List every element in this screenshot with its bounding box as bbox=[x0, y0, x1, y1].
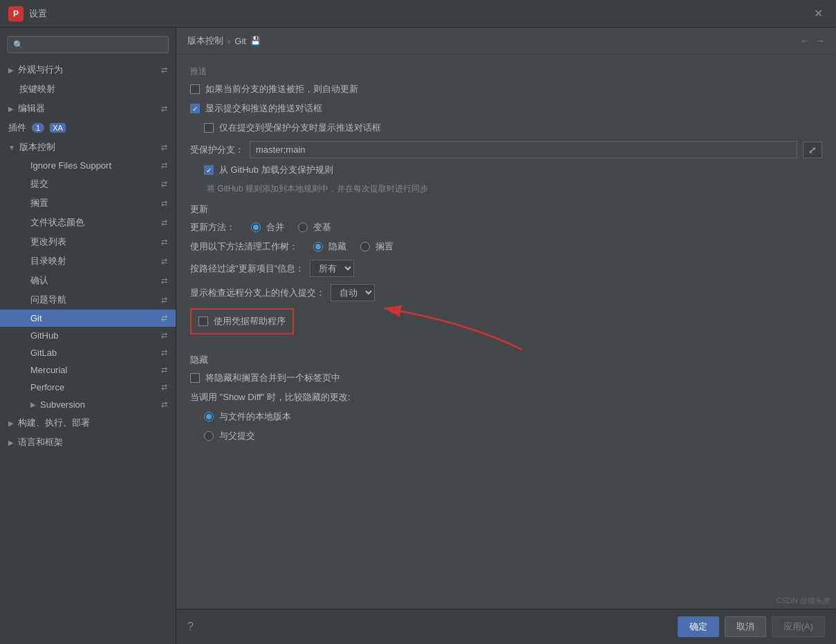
sidebar-item-mercurial[interactable]: Mercurial ⇄ bbox=[0, 361, 176, 379]
ok-button[interactable]: 确定 bbox=[678, 616, 719, 637]
main-content: 版本控制 › Git 💾 ← → 推送 如果当前分支的推送被拒，则自动更新 bbox=[176, 28, 836, 644]
shelve-radio[interactable] bbox=[360, 242, 370, 252]
filter-row: 按路径过滤"更新项目"信息： 所有 bbox=[190, 260, 822, 277]
diff-local-label: 与文件的本地版本 bbox=[219, 410, 291, 423]
sidebar-item-plugins[interactable]: 插件 1 XA bbox=[0, 118, 176, 138]
sync-icon-vcs: ⇄ bbox=[161, 143, 167, 152]
sync-icon: ⇄ bbox=[161, 296, 167, 305]
sidebar-item-label: 构建、执行、部署 bbox=[18, 417, 90, 429]
search-input[interactable] bbox=[28, 39, 162, 50]
cleanup-method-label: 使用以下方法清理工作树： bbox=[190, 240, 308, 253]
sync-icon: ⇄ bbox=[161, 257, 167, 266]
sync-icon: ⇄ bbox=[161, 366, 167, 375]
protected-branch-label: 受保护分支： bbox=[190, 144, 244, 156]
merge-stash-checkbox[interactable] bbox=[190, 373, 200, 383]
show-push-protected-checkbox[interactable] bbox=[204, 123, 214, 133]
sidebar-item-changelog[interactable]: 更改列表 ⇄ bbox=[0, 232, 176, 252]
sidebar-item-github[interactable]: GitHub ⇄ bbox=[0, 327, 176, 344]
sidebar-item-dirmap[interactable]: 目录映射 ⇄ bbox=[0, 252, 176, 271]
sidebar-item-label: 问题导航 bbox=[30, 294, 66, 306]
diff-local-row: 与文件的本地版本 bbox=[204, 410, 822, 423]
update-method-row: 更新方法： 合并 变基 bbox=[190, 221, 822, 234]
cancel-button[interactable]: 取消 bbox=[725, 616, 766, 637]
sidebar-item-label: Ignore Files Support bbox=[30, 160, 111, 171]
sidebar-item-keymap[interactable]: 按键映射 bbox=[0, 79, 176, 99]
sidebar-item-gitlab[interactable]: GitLab ⇄ bbox=[0, 344, 176, 361]
sidebar-item-filestatus[interactable]: 文件状态颜色 ⇄ bbox=[0, 213, 176, 232]
help-icon[interactable]: ? bbox=[187, 621, 194, 633]
expand-icon bbox=[8, 144, 15, 151]
sidebar-item-git[interactable]: Git ⇄ bbox=[0, 310, 176, 327]
protected-branch-row: 受保护分支： ⤢ bbox=[190, 141, 822, 158]
sidebar-item-shelve[interactable]: 搁置 ⇄ bbox=[0, 193, 176, 213]
sidebar-item-label: Perforce bbox=[30, 382, 64, 392]
diff-local-radio[interactable] bbox=[204, 412, 214, 422]
expand-icon bbox=[8, 105, 14, 113]
sidebar-item-build[interactable]: 构建、执行、部署 bbox=[0, 413, 176, 433]
show-push-protected-label: 仅在提交到受保护分支时显示推送对话框 bbox=[219, 122, 381, 134]
shelve-label: 搁置 bbox=[375, 240, 393, 253]
sidebar-item-vcs[interactable]: 版本控制 ⇄ bbox=[0, 138, 176, 157]
protected-branch-input[interactable] bbox=[250, 141, 797, 158]
close-button[interactable]: ✕ bbox=[808, 4, 828, 23]
sync-icon: ⇄ bbox=[161, 66, 167, 75]
sync-icon: ⇄ bbox=[161, 276, 167, 285]
sidebar-item-issues[interactable]: 问题导航 ⇄ bbox=[0, 290, 176, 310]
sidebar-item-ignore[interactable]: Ignore Files Support ⇄ bbox=[0, 157, 176, 174]
show-push-protected-row: 仅在提交到受保护分支时显示推送对话框 bbox=[204, 122, 822, 134]
breadcrumb-part2: Git bbox=[234, 36, 246, 46]
sidebar-item-label: 外观与行为 bbox=[18, 64, 63, 76]
protected-branch-expand[interactable]: ⤢ bbox=[803, 142, 822, 158]
credential-helper-section: 使用凭据帮助程序 bbox=[190, 308, 822, 337]
sync-icon: ⇄ bbox=[161, 161, 167, 170]
apply-button[interactable]: 应用(A) bbox=[772, 616, 825, 637]
sidebar-item-appearance[interactable]: 外观与行为 ⇄ bbox=[0, 60, 176, 79]
merge-radio[interactable] bbox=[251, 222, 261, 232]
stash-radio[interactable] bbox=[313, 242, 323, 252]
cleanup-method-row: 使用以下方法清理工作树： 隐藏 搁置 bbox=[190, 240, 822, 253]
incoming-commits-select[interactable]: 自动 bbox=[331, 284, 375, 301]
sidebar-item-label: 按键映射 bbox=[19, 83, 55, 95]
sync-icon: ⇄ bbox=[161, 180, 167, 189]
sidebar-item-commit[interactable]: 提交 ⇄ bbox=[0, 174, 176, 193]
sidebar-item-label: 搁置 bbox=[30, 197, 48, 209]
sidebar-item-perforce[interactable]: Perforce ⇄ bbox=[0, 379, 176, 396]
github-rules-checkbox[interactable] bbox=[204, 165, 214, 175]
sidebar-item-label: Mercurial bbox=[30, 365, 67, 375]
sidebar-item-language[interactable]: 语言和框架 bbox=[0, 433, 176, 452]
sidebar-item-label: 编辑器 bbox=[18, 102, 45, 115]
show-push-dialog-checkbox[interactable] bbox=[190, 104, 200, 113]
section-top-label: 推送 bbox=[190, 66, 822, 77]
auto-update-checkbox[interactable] bbox=[190, 84, 200, 94]
sidebar-item-editor[interactable]: 编辑器 ⇄ bbox=[0, 99, 176, 118]
diff-parent-radio[interactable] bbox=[204, 431, 214, 441]
sidebar-item-label: 插件 bbox=[8, 122, 26, 134]
sidebar-item-subversion[interactable]: Subversion ⇄ bbox=[0, 396, 176, 413]
sidebar-item-label: 版本控制 bbox=[19, 141, 55, 153]
sidebar-item-confirm[interactable]: 确认 ⇄ bbox=[0, 271, 176, 290]
nav-back[interactable]: ← bbox=[800, 35, 810, 46]
sidebar-item-label: GitLab bbox=[30, 348, 57, 358]
sidebar-item-label: 目录映射 bbox=[30, 255, 66, 267]
merge-stash-label: 将隐藏和搁置合并到一个标签页中 bbox=[205, 372, 340, 384]
credential-helper-checkbox[interactable] bbox=[198, 316, 208, 326]
sidebar-item-label: 提交 bbox=[30, 178, 48, 190]
update-section-title: 更新 bbox=[190, 203, 822, 216]
filter-label: 按路径过滤"更新项目"信息： bbox=[190, 263, 304, 275]
show-diff-label: 当调用 "Show Diff" 时，比较隐藏的更改: bbox=[190, 391, 350, 404]
credential-helper-label: 使用凭据帮助程序 bbox=[214, 315, 286, 328]
github-rules-description: 将 GitHub 规则添加到本地规则中，并在每次提取时进行同步 bbox=[207, 183, 822, 195]
stash-section-title: 隐藏 bbox=[190, 354, 822, 366]
sync-icon: ⇄ bbox=[161, 331, 167, 340]
settings-window: P 设置 ✕ 🔍 外观与行为 ⇄ 按键映射 编辑器 ⇄ bbox=[0, 0, 836, 644]
nav-forward[interactable]: → bbox=[815, 35, 825, 46]
plugin-badge-lang: XA bbox=[50, 123, 66, 133]
bottom-bar: ? 确定 取消 应用(A) bbox=[176, 609, 836, 644]
sync-icon: ⇄ bbox=[161, 199, 167, 208]
titlebar: P 设置 ✕ bbox=[0, 0, 836, 28]
settings-content: 推送 如果当前分支的推送被拒，则自动更新 显示提交和推送的推送对话框 仅在提交到… bbox=[176, 55, 836, 594]
search-box[interactable]: 🔍 bbox=[7, 36, 169, 53]
rebase-radio[interactable] bbox=[298, 222, 308, 232]
nav-arrows: ← → bbox=[800, 35, 825, 46]
filter-select[interactable]: 所有 bbox=[310, 260, 354, 277]
